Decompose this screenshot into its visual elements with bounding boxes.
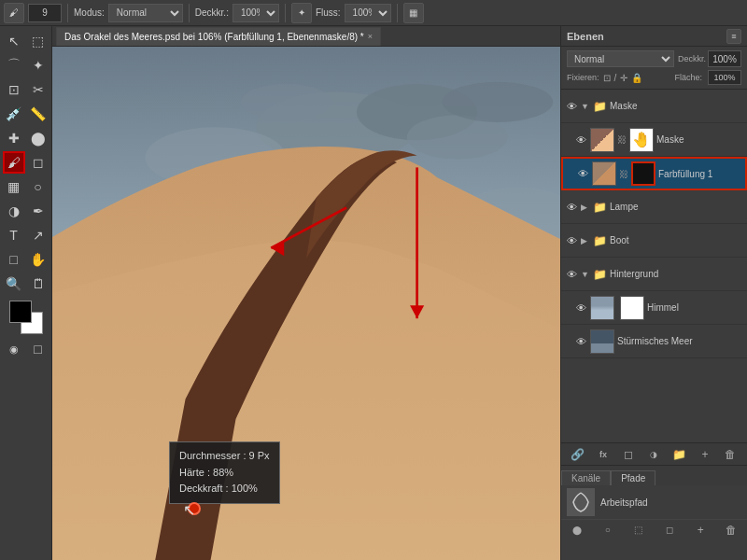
expand-boot[interactable]: ▶ — [581, 236, 590, 245]
new-path-btn[interactable]: + — [692, 522, 709, 539]
deckk-dropdown[interactable]: 100% — [233, 4, 279, 22]
layer-name-maske: Maske — [656, 134, 743, 145]
select-tool[interactable]: ⬚ — [27, 30, 49, 52]
shape-tool[interactable]: □ — [3, 248, 25, 271]
layer-maske-sub[interactable]: 👁 ⛓ 🤚 Maske — [561, 123, 747, 157]
expand-hintergrund[interactable]: ▼ — [581, 270, 590, 279]
layer-vis-lampe[interactable]: 👁 — [565, 201, 578, 214]
modus-dropdown[interactable]: Normal — [108, 4, 183, 22]
eyedropper-tool[interactable]: 💉 — [3, 103, 25, 125]
heal-tool[interactable]: ✚ — [3, 127, 25, 149]
layer-vis-maske[interactable]: 👁 — [565, 100, 578, 113]
mask-from-path-btn[interactable]: ◻ — [661, 522, 678, 539]
layers-blend-row: Normal Deckkr. — [567, 50, 741, 67]
text-tool[interactable]: T — [3, 224, 25, 246]
layer-group-lampe[interactable]: 👁 ▶ 📁 Lampe — [561, 190, 747, 224]
layer-himmel[interactable]: 👁 Himmel — [561, 291, 747, 325]
layer-vis-meer[interactable]: 👁 — [574, 335, 587, 348]
layer-mask-farbfuellung — [631, 161, 655, 186]
path-select[interactable]: ↗ — [27, 224, 49, 246]
fill-path-btn[interactable]: ⬤ — [569, 522, 585, 539]
crop-tool[interactable]: ⊡ — [3, 78, 25, 101]
lock-pos-icon[interactable]: ⊡ — [603, 73, 611, 83]
stroke-path-btn[interactable]: ○ — [599, 522, 616, 539]
layer-group-hintergrund[interactable]: 👁 ▼ 📁 Hintergrund — [561, 258, 747, 291]
delete-path-btn[interactable]: 🗑 — [723, 522, 740, 539]
layers-bottom-bar: 🔗 fx ◻ ◑ 📁 + 🗑 — [561, 442, 747, 465]
blend-mode-dropdown[interactable]: Normal — [567, 50, 674, 67]
tab-label: Das Orakel des Meeres.psd bei 106% (Farb… — [64, 32, 364, 42]
load-path-btn[interactable]: ⬚ — [630, 522, 647, 539]
add-mask-btn[interactable]: ◻ — [620, 446, 637, 463]
layer-mask-himmel — [620, 296, 644, 320]
path-item-arbeitspfad[interactable]: Arbeitspfad — [561, 485, 747, 519]
diameter-label: Durchmesser : — [179, 450, 247, 461]
new-group-btn[interactable]: 📁 — [671, 446, 688, 463]
layer-vis-farbfuellung[interactable]: 👁 — [576, 167, 589, 180]
blur-tool[interactable]: ○ — [27, 175, 49, 198]
document-tab[interactable]: Das Orakel des Meeres.psd bei 106% (Farb… — [56, 27, 381, 46]
lock-all-icon[interactable]: 🔒 — [631, 73, 642, 83]
tab-close-btn[interactable]: × — [368, 32, 373, 41]
diameter-row: Durchmesser : 9 Px — [179, 448, 270, 465]
brush-tool-icon[interactable]: 🖌 — [4, 3, 24, 23]
layer-meer[interactable]: 👁 Stürmisches Meer — [561, 325, 747, 358]
eraser-tool[interactable]: ◻ — [27, 151, 49, 174]
lock-move-icon[interactable]: ✛ — [620, 73, 627, 83]
move-tool[interactable]: ↖ — [3, 30, 25, 52]
expand-maske[interactable]: ▼ — [581, 102, 590, 111]
layer-name-himmel: Himmel — [647, 302, 743, 313]
layer-farbfuellung[interactable]: 👁 ⛓ Farbfüllung 1 — [561, 157, 747, 190]
layers-icon[interactable]: ▦ — [403, 3, 424, 23]
layer-vis-hintergrund[interactable]: 👁 — [565, 268, 578, 281]
screen-mode-btn[interactable]: □ — [27, 338, 49, 360]
airbrush-icon[interactable]: ✦ — [291, 3, 312, 23]
delete-layer-btn[interactable]: 🗑 — [722, 446, 739, 463]
lasso-tool[interactable]: ⌒ — [3, 54, 25, 77]
slice-tool[interactable]: ✂ — [27, 78, 49, 101]
magic-select[interactable]: ✦ — [27, 54, 49, 77]
panel-tabs: Kanäle Pfade — [561, 465, 747, 485]
folder-icon-boot: 📁 — [593, 234, 607, 247]
hardness-value: 88% — [213, 467, 233, 478]
layer-vis-maske-sub[interactable]: 👁 — [574, 133, 587, 147]
layer-group-maske[interactable]: 👁 ▼ 📁 Maske — [561, 90, 747, 123]
fx-btn[interactable]: fx — [595, 446, 612, 463]
right-panel: Ebenen ≡ Normal Deckkr. Fixieren: ⊡ / ✛ — [560, 26, 747, 560]
layer-group-boot[interactable]: 👁 ▶ 📁 Boot — [561, 224, 747, 258]
layer-thumb-maske — [590, 128, 614, 152]
stamp-tool[interactable]: ⬤ — [27, 127, 49, 149]
lock-brush-icon[interactable]: / — [614, 73, 617, 83]
brush-size-input[interactable]: 9 — [28, 4, 62, 22]
expand-lampe[interactable]: ▶ — [581, 203, 590, 212]
adjustment-btn[interactable]: ◑ — [645, 446, 662, 463]
gradient-tool[interactable]: ▦ — [3, 175, 25, 198]
layer-vis-boot[interactable]: 👁 — [565, 234, 578, 247]
fluss-dropdown[interactable]: 100% — [345, 4, 391, 22]
link-layers-btn[interactable]: 🔗 — [570, 446, 586, 463]
new-layer-btn[interactable]: + — [697, 446, 713, 463]
top-toolbar: 🖌 9 Modus: Normal Deckkr.: 100% ✦ Fluss:… — [0, 0, 747, 26]
folder-icon-maske: 📁 — [593, 100, 607, 113]
fill-input[interactable] — [708, 70, 741, 85]
layer-vis-himmel[interactable]: 👁 — [574, 301, 587, 315]
separator — [189, 4, 190, 22]
path-name-arbeitspfad: Arbeitspfad — [600, 497, 648, 508]
zoom-tool[interactable]: 🔍 — [3, 273, 25, 295]
brush-tooltip: Durchmesser : 9 Px Härte : 88% Deckkraft… — [169, 441, 280, 504]
tab-kanaele[interactable]: Kanäle — [561, 470, 611, 485]
notes-tool[interactable]: 🗒 — [27, 273, 49, 295]
separator — [67, 4, 68, 22]
ruler-tool[interactable]: 📏 — [27, 103, 49, 125]
hand-tool[interactable]: ✋ — [27, 248, 49, 271]
brush-tool-active[interactable]: 🖌 — [3, 151, 25, 174]
tab-pfade[interactable]: Pfade — [611, 470, 655, 485]
layers-options-btn[interactable]: ≡ — [726, 29, 741, 44]
opacity-input[interactable] — [708, 50, 741, 67]
quick-mask-btn[interactable]: ◉ — [3, 338, 25, 360]
dodge-tool[interactable]: ◑ — [3, 200, 25, 222]
color-swatches[interactable] — [9, 301, 43, 334]
canvas-viewport[interactable]: Durchmesser : 9 Px Härte : 88% Deckkraft… — [52, 47, 560, 560]
foreground-color[interactable] — [9, 301, 32, 323]
pen-tool[interactable]: ✒ — [27, 200, 49, 222]
